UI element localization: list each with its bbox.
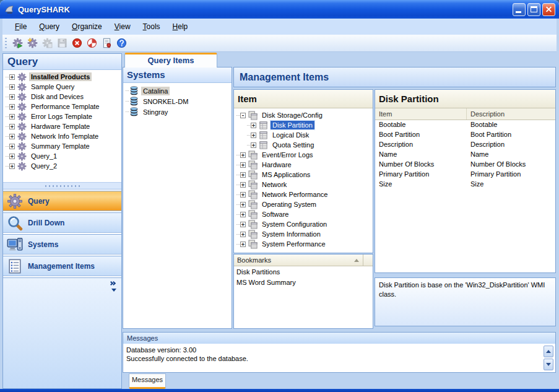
expand-icon[interactable]: +: [240, 172, 246, 178]
nav-button-drill-down[interactable]: Drill Down: [3, 212, 121, 233]
expand-icon[interactable]: +: [9, 74, 15, 80]
toolbar: [2, 35, 557, 52]
system-item[interactable]: SNORKEL-DM: [123, 96, 232, 107]
bookmark-item[interactable]: MS Word Summary: [234, 277, 373, 287]
nav-button-systems[interactable]: Systems: [3, 234, 121, 255]
configure-buttons-chevron-icon[interactable]: [110, 281, 118, 293]
menu-item[interactable]: View: [108, 20, 137, 33]
detail-row[interactable]: Description Description: [375, 140, 555, 150]
menu-item[interactable]: File: [9, 20, 33, 33]
query-tree-item[interactable]: + Query_1: [3, 151, 121, 161]
management-tree-item[interactable]: + Software: [234, 209, 373, 219]
expand-icon[interactable]: +: [240, 232, 246, 237]
nav-label: Management Items: [28, 262, 95, 271]
new-query-gear-icon[interactable]: [25, 37, 39, 50]
menu-item[interactable]: Query: [33, 20, 66, 33]
delete-icon[interactable]: [70, 37, 84, 50]
expand-icon[interactable]: +: [9, 163, 15, 169]
menu-item[interactable]: Organize: [66, 20, 108, 33]
nav-button-management-items[interactable]: Management Items: [3, 256, 121, 276]
bookmark-item[interactable]: Disk Partitions: [234, 266, 373, 277]
management-tree-item[interactable]: - Disk Storage/Config: [234, 110, 373, 120]
column-header-item[interactable]: Item: [375, 108, 467, 120]
nav-label: Query: [28, 197, 50, 206]
expand-icon[interactable]: +: [240, 192, 246, 198]
minimize-button[interactable]: [513, 3, 526, 16]
expand-icon[interactable]: +: [240, 242, 246, 247]
copy-query-gear-icon[interactable]: [40, 37, 54, 50]
management-tree-item[interactable]: + MS Applications: [234, 170, 373, 180]
save-icon[interactable]: [55, 37, 69, 50]
query-tree-item[interactable]: + Summary Template: [3, 141, 121, 151]
expand-icon[interactable]: +: [240, 162, 246, 168]
management-tree-item[interactable]: + Network Performance: [234, 189, 373, 199]
expand-icon[interactable]: +: [9, 144, 15, 149]
management-tree-item[interactable]: + System Configuration: [234, 219, 373, 229]
expand-icon[interactable]: +: [251, 133, 256, 138]
nav-button-query[interactable]: Query: [3, 191, 121, 211]
management-tree-item[interactable]: + Quota Setting: [234, 140, 373, 150]
query-tree-item[interactable]: + Installed Products: [3, 72, 121, 82]
bookmarks-header[interactable]: Bookmarks: [234, 255, 373, 266]
maximize-button[interactable]: [527, 3, 540, 16]
system-item[interactable]: Stingray: [123, 107, 232, 117]
query-tree-item[interactable]: + Disk and Devices: [3, 92, 121, 102]
management-tree-item[interactable]: + Operating System: [234, 199, 373, 209]
document-report-icon[interactable]: [100, 37, 113, 50]
detail-row[interactable]: Size Size: [375, 180, 555, 189]
expand-icon[interactable]: +: [240, 222, 246, 227]
query-tree-item[interactable]: + Error Logs Template: [3, 111, 121, 121]
column-header-description[interactable]: Description: [467, 108, 555, 120]
scroll-up-button[interactable]: [544, 346, 553, 357]
expand-icon[interactable]: +: [9, 124, 15, 129]
expand-icon[interactable]: +: [9, 94, 15, 100]
detail-row[interactable]: Name Name: [375, 150, 555, 160]
expand-icon[interactable]: +: [9, 84, 15, 90]
expand-icon[interactable]: +: [240, 212, 246, 217]
management-tree-label: Operating System: [262, 201, 316, 208]
menu-item[interactable]: Help: [167, 20, 194, 33]
expand-icon[interactable]: +: [251, 123, 256, 128]
toolbar-grip[interactable]: [5, 38, 7, 49]
menu-item[interactable]: Tools: [137, 20, 167, 33]
management-tree-item[interactable]: + Logical Disk: [234, 130, 373, 140]
expand-icon[interactable]: +: [240, 152, 246, 158]
table-icon: [248, 230, 258, 239]
detail-row[interactable]: Boot Partition Boot Partition: [375, 130, 555, 140]
sidebar-splitter[interactable]: [3, 182, 121, 189]
expand-icon[interactable]: -: [240, 113, 246, 118]
management-tree-item[interactable]: + Hardware: [234, 160, 373, 170]
query-tree-item[interactable]: + Hardware Template: [3, 121, 121, 131]
help-icon[interactable]: [115, 37, 128, 50]
query-tree-label: Query_1: [31, 152, 57, 160]
detail-row[interactable]: Primary Partition Primary Partition: [375, 170, 555, 180]
management-tree-item[interactable]: + System Performance: [234, 239, 373, 249]
management-tree-item[interactable]: + System Information: [234, 229, 373, 239]
tab-query-items[interactable]: Query Items: [124, 53, 217, 68]
expand-icon[interactable]: +: [9, 114, 15, 120]
expand-icon[interactable]: +: [9, 134, 15, 139]
expand-icon[interactable]: +: [9, 104, 15, 110]
management-tree-item[interactable]: + Event/Error Logs: [234, 150, 373, 160]
run-query-gear-icon[interactable]: [11, 37, 24, 50]
management-tree-item[interactable]: + Disk Partition: [234, 120, 373, 130]
detail-row[interactable]: Number Of Blocks Number Of Blocks: [375, 160, 555, 170]
gear-icon: [17, 102, 27, 111]
detail-row[interactable]: Bootable Bootable: [375, 120, 555, 130]
management-tree-item[interactable]: + Network: [234, 180, 373, 189]
expand-icon[interactable]: +: [240, 202, 246, 207]
chart-report-icon[interactable]: [85, 37, 98, 50]
query-tree-item[interactable]: + Sample Query: [3, 82, 121, 92]
title-bar[interactable]: QuerySHARK: [0, 0, 559, 19]
scroll-down-button[interactable]: [544, 359, 553, 370]
query-tree-item[interactable]: + Performance Template: [3, 102, 121, 111]
tab-messages[interactable]: Messages: [129, 373, 166, 389]
expand-icon[interactable]: +: [251, 142, 256, 148]
query-tree-item[interactable]: + Query_2: [3, 161, 121, 171]
query-tree-item[interactable]: + Network Info Template: [3, 131, 121, 141]
close-button[interactable]: [542, 3, 555, 16]
system-item[interactable]: Catalina: [123, 85, 232, 96]
expand-icon[interactable]: +: [240, 182, 246, 188]
expand-icon[interactable]: +: [9, 154, 15, 159]
management-tree-label: Disk Storage/Config: [262, 111, 323, 119]
